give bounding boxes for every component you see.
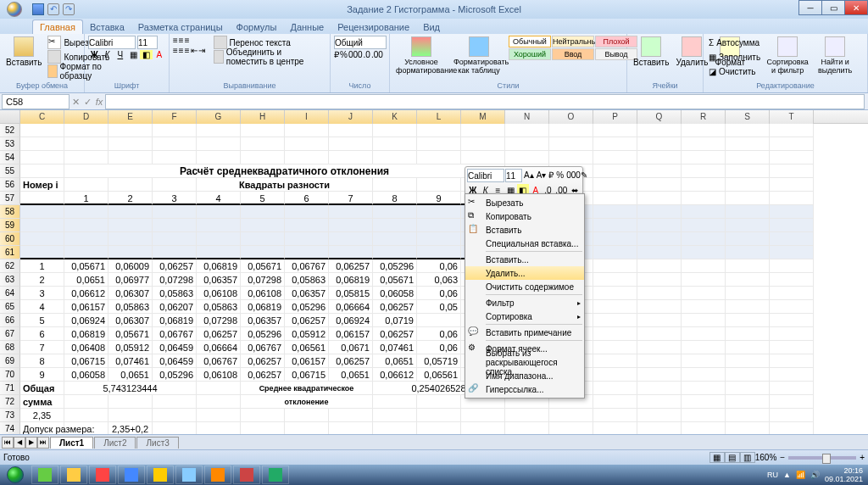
cell-C58[interactable] xyxy=(20,205,64,219)
mini-currency-button[interactable]: ₽ xyxy=(548,169,554,182)
cell-S54[interactable] xyxy=(726,151,770,164)
cell-L59[interactable] xyxy=(417,219,461,232)
cell-S71[interactable] xyxy=(726,382,770,395)
cell-K57[interactable]: 8 xyxy=(373,192,417,205)
cell-E56[interactable] xyxy=(108,178,153,192)
cell-S67[interactable] xyxy=(726,327,770,341)
cell-C63[interactable]: 2 xyxy=(20,273,64,287)
cell-C64[interactable]: 3 xyxy=(20,287,64,300)
cell-H64[interactable]: 0,06108 xyxy=(241,287,285,300)
maximize-button[interactable]: ▭ xyxy=(821,0,845,15)
col-header-E[interactable]: E xyxy=(108,110,153,124)
cell-G61[interactable] xyxy=(197,246,241,259)
cell-H71[interactable]: Среднее квадратическое xyxy=(241,382,373,395)
cell-D56[interactable] xyxy=(64,178,108,192)
cell-C69[interactable]: 8 xyxy=(20,354,64,368)
cell-G72[interactable] xyxy=(197,395,241,409)
cell-K70[interactable]: 0,06612 xyxy=(373,368,417,382)
cell-Q63[interactable] xyxy=(637,273,682,287)
cell-N53[interactable] xyxy=(505,137,549,151)
tab-home[interactable]: Главная xyxy=(32,20,83,34)
taskbar-app-1[interactable] xyxy=(31,465,58,484)
row-header-56[interactable]: 56 xyxy=(0,178,20,192)
cell-K52[interactable] xyxy=(373,124,417,137)
col-header-P[interactable]: P xyxy=(593,110,637,124)
tab-page-layout[interactable]: Разметка страницы xyxy=(131,20,230,34)
cell-D57[interactable]: 1 xyxy=(64,192,108,205)
minimize-button[interactable]: ─ xyxy=(798,0,822,15)
cell-P69[interactable] xyxy=(593,354,637,368)
cell-J59[interactable] xyxy=(329,219,373,232)
cell-Q55[interactable] xyxy=(637,164,682,178)
row-header-57[interactable]: 57 xyxy=(0,192,20,205)
cell-R73[interactable] xyxy=(682,409,726,422)
cell-J60[interactable] xyxy=(329,232,373,246)
indent-dec-button[interactable]: ⇤ xyxy=(191,46,198,55)
cell-Q54[interactable] xyxy=(637,151,682,164)
col-header-K[interactable]: K xyxy=(373,110,417,124)
cell-J69[interactable]: 0,06257 xyxy=(329,354,373,368)
cell-R53[interactable] xyxy=(682,137,726,151)
cell-R64[interactable] xyxy=(682,287,726,300)
cell-F73[interactable] xyxy=(153,409,197,422)
cell-S58[interactable] xyxy=(726,205,770,219)
cell-H54[interactable] xyxy=(241,151,285,164)
cell-T61[interactable] xyxy=(770,246,814,259)
cell-K58[interactable] xyxy=(373,205,417,219)
cell-P71[interactable] xyxy=(593,382,637,395)
cell-R56[interactable] xyxy=(682,178,726,192)
number-format-select[interactable] xyxy=(334,36,387,49)
cell-C55[interactable] xyxy=(20,164,64,178)
cell-K54[interactable] xyxy=(373,151,417,164)
cell-G57[interactable]: 4 xyxy=(197,192,241,205)
ctx-paste[interactable]: 📋Вставить xyxy=(465,223,584,237)
zoom-out-button[interactable]: − xyxy=(780,453,785,462)
col-header-N[interactable]: N xyxy=(505,110,549,124)
cell-R62[interactable] xyxy=(682,259,726,273)
cell-H61[interactable] xyxy=(241,246,285,259)
cell-F67[interactable]: 0,06767 xyxy=(153,327,197,341)
cell-P61[interactable] xyxy=(593,246,637,259)
row-header-68[interactable]: 68 xyxy=(0,341,20,354)
currency-button[interactable]: ₽ xyxy=(334,50,339,59)
mini-shrink-font-button[interactable]: A▾ xyxy=(536,169,548,182)
col-header-R[interactable]: R xyxy=(682,110,726,124)
cell-I54[interactable] xyxy=(285,151,329,164)
worksheet-grid[interactable]: CDEFGHIJKLMNOPQRST 525354555657585960616… xyxy=(0,110,868,441)
col-header-F[interactable]: F xyxy=(153,110,197,124)
cell-K60[interactable] xyxy=(373,232,417,246)
align-bottom-button[interactable]: ≡ xyxy=(185,36,190,45)
cell-T57[interactable] xyxy=(770,192,814,205)
cell-S66[interactable] xyxy=(726,314,770,327)
cell-M53[interactable] xyxy=(461,137,505,151)
zoom-slider[interactable] xyxy=(788,456,856,460)
cell-S65[interactable] xyxy=(726,300,770,314)
cell-G64[interactable]: 0,06108 xyxy=(197,287,241,300)
row-header-64[interactable]: 64 xyxy=(0,287,20,300)
row-header-60[interactable]: 60 xyxy=(0,232,20,246)
cell-F68[interactable]: 0,06459 xyxy=(153,341,197,354)
cell-R57[interactable] xyxy=(682,192,726,205)
fill-color-button[interactable]: ◧ xyxy=(140,50,152,59)
cell-T58[interactable] xyxy=(770,205,814,219)
cell-R68[interactable] xyxy=(682,341,726,354)
cell-D52[interactable] xyxy=(64,124,108,137)
cell-G52[interactable] xyxy=(197,124,241,137)
cell-J61[interactable] xyxy=(329,246,373,259)
cell-I52[interactable] xyxy=(285,124,329,137)
row-header-54[interactable]: 54 xyxy=(0,151,20,164)
row-header-62[interactable]: 62 xyxy=(0,259,20,273)
cell-C62[interactable]: 1 xyxy=(20,259,64,273)
ctx-filter[interactable]: Фильтр▸ xyxy=(465,296,584,309)
cell-S61[interactable] xyxy=(726,246,770,259)
tray-network-icon[interactable]: 📶 xyxy=(796,471,805,479)
cell-T72[interactable] xyxy=(770,395,814,409)
cell-J66[interactable]: 0,06924 xyxy=(329,314,373,327)
cell-L63[interactable]: 0,063 xyxy=(417,273,461,287)
paste-button[interactable]: Вставить xyxy=(3,36,44,81)
cell-E54[interactable] xyxy=(108,151,153,164)
zoom-level[interactable]: 160% xyxy=(755,453,777,462)
cell-S64[interactable] xyxy=(726,287,770,300)
cell-I66[interactable]: 0,06257 xyxy=(285,314,329,327)
cell-L62[interactable]: 0,06 xyxy=(417,259,461,273)
